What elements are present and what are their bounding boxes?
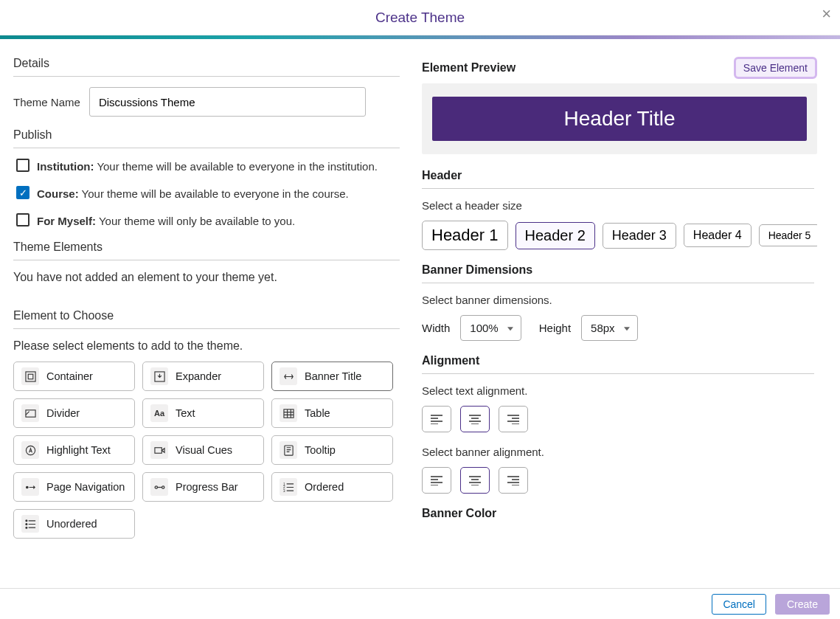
svg-rect-1 bbox=[28, 374, 33, 379]
element-label: Tooltip bbox=[305, 444, 336, 456]
expander-icon bbox=[150, 367, 168, 385]
banner-align-prompt: Select banner alignment. bbox=[422, 446, 814, 458]
text-align-center[interactable] bbox=[460, 406, 490, 432]
course-checkbox[interactable]: ✓ bbox=[16, 186, 29, 199]
text-icon: Aa bbox=[150, 404, 168, 422]
highlight-icon bbox=[21, 441, 39, 459]
banner-align-left[interactable] bbox=[422, 467, 451, 494]
element-expander[interactable]: Expander bbox=[142, 362, 264, 391]
theme-name-label: Theme Name bbox=[13, 96, 80, 108]
table-icon bbox=[280, 404, 297, 422]
element-table[interactable]: Table bbox=[271, 398, 393, 428]
element-label: Table bbox=[305, 407, 330, 419]
page-nav-icon bbox=[21, 478, 39, 496]
institution-checkbox[interactable] bbox=[16, 159, 29, 172]
height-label: Height bbox=[539, 322, 571, 334]
header-size-2[interactable]: Header 2 bbox=[516, 222, 595, 249]
text-align-prompt: Select text alignment. bbox=[422, 384, 814, 397]
footer: Cancel Create bbox=[0, 588, 840, 619]
element-ordered[interactable]: 123 Ordered bbox=[271, 472, 393, 502]
visual-cues-icon bbox=[150, 441, 168, 459]
element-label: Progress Bar bbox=[176, 481, 238, 493]
element-container[interactable]: Container bbox=[13, 362, 135, 391]
width-dropdown[interactable]: 100% bbox=[460, 315, 521, 341]
element-label: Page Navigation bbox=[46, 481, 125, 493]
svg-rect-0 bbox=[25, 371, 35, 381]
element-label: Expander bbox=[176, 370, 221, 382]
banner-title-icon bbox=[280, 367, 297, 385]
theme-elements-empty: You have not added an element to your th… bbox=[13, 271, 400, 284]
element-visual-cues[interactable]: Visual Cues bbox=[142, 435, 264, 465]
myself-text: For Myself: Your theme will only be avai… bbox=[37, 213, 295, 229]
header-prompt: Select a header size bbox=[422, 199, 814, 212]
save-element-button[interactable]: Save Element bbox=[734, 57, 817, 79]
header-size-5[interactable]: Header 5 bbox=[759, 224, 817, 246]
element-label: Container bbox=[46, 370, 93, 382]
left-panel: Details Theme Name Publish Institution: … bbox=[0, 39, 413, 588]
dimensions-prompt: Select banner dimensions. bbox=[422, 294, 814, 306]
element-label: Visual Cues bbox=[176, 444, 232, 456]
element-unordered[interactable]: Unordered bbox=[13, 509, 135, 539]
element-label: Banner Title bbox=[305, 370, 361, 382]
element-label: Ordered bbox=[305, 481, 344, 493]
element-label: Text bbox=[176, 407, 195, 419]
myself-checkbox[interactable] bbox=[16, 213, 29, 226]
svg-point-15 bbox=[25, 523, 27, 525]
choose-heading: Element to Choose bbox=[13, 309, 400, 329]
progress-icon bbox=[150, 478, 168, 496]
details-heading: Details bbox=[13, 57, 400, 77]
theme-elements-heading: Theme Elements bbox=[13, 241, 400, 260]
element-page-navigation[interactable]: Page Navigation bbox=[13, 472, 135, 502]
banner-align-center[interactable] bbox=[460, 467, 490, 494]
element-grid: Container Expander Banner Title Divider … bbox=[13, 362, 400, 539]
element-highlight-text[interactable]: Highlight Text bbox=[13, 435, 135, 465]
svg-point-10 bbox=[162, 485, 164, 488]
element-tooltip[interactable]: Tooltip bbox=[271, 435, 393, 465]
svg-point-14 bbox=[25, 519, 27, 521]
modal-title: Create Theme bbox=[375, 10, 465, 26]
header-section-heading: Header bbox=[422, 169, 814, 189]
width-label: Width bbox=[422, 322, 450, 334]
height-dropdown[interactable]: 58px bbox=[581, 315, 638, 341]
theme-name-input[interactable] bbox=[89, 87, 366, 117]
tooltip-icon bbox=[280, 441, 297, 459]
element-banner-title[interactable]: Banner Title bbox=[271, 362, 393, 391]
element-preview-heading: Element Preview bbox=[422, 61, 516, 75]
element-text[interactable]: Aa Text bbox=[142, 398, 264, 428]
banner-preview: Header Title bbox=[432, 97, 807, 141]
element-progress-bar[interactable]: Progress Bar bbox=[142, 472, 264, 502]
close-button[interactable]: × bbox=[822, 6, 831, 22]
element-label: Unordered bbox=[46, 518, 97, 530]
preview-box: Header Title bbox=[422, 83, 817, 154]
ordered-icon: 123 bbox=[280, 478, 297, 496]
header-size-1[interactable]: Header 1 bbox=[422, 221, 508, 250]
header-size-4[interactable]: Header 4 bbox=[684, 224, 752, 247]
svg-rect-7 bbox=[284, 445, 292, 454]
element-divider[interactable]: Divider bbox=[13, 398, 135, 428]
svg-point-16 bbox=[25, 527, 27, 528]
dimensions-heading: Banner Dimensions bbox=[422, 263, 814, 283]
svg-text:3: 3 bbox=[283, 489, 285, 493]
unordered-icon bbox=[21, 515, 39, 533]
svg-rect-4 bbox=[283, 409, 293, 417]
container-icon bbox=[21, 367, 39, 385]
text-align-right[interactable] bbox=[499, 406, 528, 432]
settings-scroll[interactable]: Header Select a header size Header 1 Hea… bbox=[422, 159, 817, 581]
right-panel: Element Preview Save Element Header Titl… bbox=[413, 39, 827, 588]
course-text: Course: Your theme will be available to … bbox=[37, 186, 349, 201]
cancel-button[interactable]: Cancel bbox=[712, 594, 766, 615]
svg-point-9 bbox=[155, 485, 157, 488]
alignment-heading: Alignment bbox=[422, 354, 814, 374]
header-size-3[interactable]: Header 3 bbox=[603, 223, 676, 249]
institution-text: Institution: Your theme will be availabl… bbox=[37, 159, 378, 174]
publish-heading: Publish bbox=[13, 128, 400, 148]
text-align-left[interactable] bbox=[422, 406, 451, 432]
svg-point-8 bbox=[26, 486, 27, 488]
element-label: Highlight Text bbox=[46, 444, 111, 456]
svg-rect-6 bbox=[154, 447, 161, 453]
choose-prompt: Please select elements to add to the the… bbox=[13, 339, 400, 353]
banner-color-heading: Banner Color bbox=[422, 507, 814, 526]
element-label: Divider bbox=[46, 407, 80, 419]
banner-align-right[interactable] bbox=[499, 467, 528, 494]
create-button[interactable]: Create bbox=[775, 594, 830, 615]
